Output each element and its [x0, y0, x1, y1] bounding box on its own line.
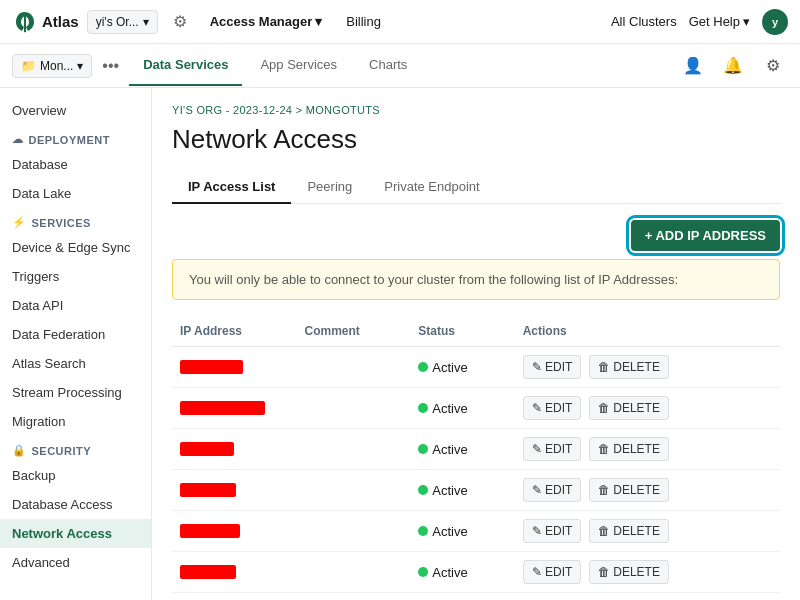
top-navbar: Atlas yi's Or... ▾ ⚙ Access Manager ▾ Bi… [0, 0, 800, 44]
actions-cell: ✎ EDIT 🗑 DELETE [515, 388, 780, 429]
actions-cell: ✎ EDIT 🗑 DELETE [515, 552, 780, 593]
table-row: Active ✎ EDIT 🗑 DELETE [172, 429, 780, 470]
edit-button[interactable]: ✎ EDIT [523, 519, 582, 543]
status-cell: Active [410, 511, 514, 552]
sidebar-item-database[interactable]: Database [0, 150, 151, 179]
tab-private-endpoint[interactable]: Private Endpoint [368, 171, 495, 204]
chevron-down-icon: ▾ [77, 59, 83, 73]
access-manager-link[interactable]: Access Manager ▾ [202, 14, 331, 29]
tab-data-services[interactable]: Data Services [129, 45, 242, 86]
add-ip-row: + ADD IP ADDRESS [172, 220, 780, 251]
second-navbar: 📁 Mon... ▾ ••• Data Services App Service… [0, 44, 800, 88]
status-dot [418, 567, 428, 577]
sidebar-item-stream-processing[interactable]: Stream Processing [0, 378, 151, 407]
edit-button[interactable]: ✎ EDIT [523, 355, 582, 379]
project-options-button[interactable]: ••• [96, 57, 125, 75]
comment-cell [296, 470, 410, 511]
second-nav-right: 👤 🔔 ⚙ [678, 51, 788, 81]
add-ip-address-button[interactable]: + ADD IP ADDRESS [631, 220, 780, 251]
all-clusters-button[interactable]: All Clusters [611, 14, 677, 29]
edit-button[interactable]: ✎ EDIT [523, 396, 582, 420]
comment-cell [296, 347, 410, 388]
billing-link[interactable]: Billing [338, 14, 389, 29]
status-dot [418, 403, 428, 413]
delete-button[interactable]: 🗑 DELETE [589, 478, 669, 502]
settings-icon-button[interactable]: ⚙ [758, 51, 788, 81]
sidebar-item-migration[interactable]: Migration [0, 407, 151, 436]
sidebar-item-triggers[interactable]: Triggers [0, 262, 151, 291]
status-dot [418, 362, 428, 372]
lock-icon: 🔒 [12, 444, 27, 457]
sidebar-item-data-api[interactable]: Data API [0, 291, 151, 320]
status-dot [418, 526, 428, 536]
sidebar-item-atlas-search[interactable]: Atlas Search [0, 349, 151, 378]
chevron-down-icon: ▾ [143, 15, 149, 29]
sidebar-item-device-sync[interactable]: Device & Edge Sync [0, 233, 151, 262]
sidebar-section-security: 🔒 SECURITY [0, 436, 151, 461]
delete-button[interactable]: 🗑 DELETE [589, 355, 669, 379]
delete-button[interactable]: 🗑 DELETE [589, 560, 669, 584]
ip-address-cell [172, 388, 296, 429]
user-icon-button[interactable]: 👤 [678, 51, 708, 81]
ip-address-cell [172, 511, 296, 552]
bell-icon-button[interactable]: 🔔 [718, 51, 748, 81]
sidebar-item-overview[interactable]: Overview [0, 96, 151, 125]
ip-address-cell [172, 593, 296, 601]
services-icon: ⚡ [12, 216, 27, 229]
sidebar-section-services: ⚡ SERVICES [0, 208, 151, 233]
status-text: Active [432, 360, 467, 375]
logo-text: Atlas [42, 13, 79, 30]
tab-app-services[interactable]: App Services [246, 45, 351, 86]
col-status: Status [410, 316, 514, 347]
status-text: Active [432, 524, 467, 539]
delete-button[interactable]: 🗑 DELETE [589, 437, 669, 461]
folder-icon: 📁 [21, 59, 36, 73]
ip-address-cell [172, 429, 296, 470]
status-text: Active [432, 483, 467, 498]
table-row: Active ✎ EDIT 🗑 DELETE [172, 552, 780, 593]
page-title: Network Access [172, 124, 780, 155]
status-dot [418, 444, 428, 454]
main-content: YI'S ORG - 2023-12-24 > MONGOTUTS Networ… [152, 88, 800, 600]
user-avatar[interactable]: y [762, 9, 788, 35]
sidebar: Overview ☁ DEPLOYMENT Database Data Lake… [0, 88, 152, 600]
org-selector[interactable]: yi's Or... ▾ [87, 10, 158, 34]
col-ip-address: IP Address [172, 316, 296, 347]
comment-cell [296, 388, 410, 429]
table-row: Active ✎ EDIT 🗑 DELETE [172, 511, 780, 552]
chevron-down-icon: ▾ [743, 14, 750, 29]
ip-address-cell [172, 347, 296, 388]
sidebar-item-network-access[interactable]: Network Access [0, 519, 151, 548]
delete-button[interactable]: 🗑 DELETE [589, 396, 669, 420]
ip-address-cell [172, 470, 296, 511]
status-text: Active [432, 442, 467, 457]
warning-text: You will only be able to connect to your… [189, 272, 678, 287]
sidebar-item-backup[interactable]: Backup [0, 461, 151, 490]
sidebar-item-database-access[interactable]: Database Access [0, 490, 151, 519]
delete-button[interactable]: 🗑 DELETE [589, 519, 669, 543]
gear-button[interactable]: ⚙ [166, 8, 194, 36]
edit-button[interactable]: ✎ EDIT [523, 560, 582, 584]
tab-charts[interactable]: Charts [355, 45, 421, 86]
table-row: Active ✎ EDIT 🗑 DELETE [172, 388, 780, 429]
deployment-icon: ☁ [12, 133, 24, 146]
status-cell: Active [410, 470, 514, 511]
project-selector[interactable]: 📁 Mon... ▾ [12, 54, 92, 78]
status-cell: Active [410, 347, 514, 388]
status-cell: Active [410, 593, 514, 601]
sidebar-item-data-lake[interactable]: Data Lake [0, 179, 151, 208]
actions-cell: ✎ EDIT 🗑 DELETE [515, 593, 780, 601]
status-text: Active [432, 401, 467, 416]
actions-cell: ✎ EDIT 🗑 DELETE [515, 347, 780, 388]
get-help-button[interactable]: Get Help ▾ [689, 14, 750, 29]
sidebar-item-data-federation[interactable]: Data Federation [0, 320, 151, 349]
col-comment: Comment [296, 316, 410, 347]
tab-ip-access-list[interactable]: IP Access List [172, 171, 291, 204]
col-actions: Actions [515, 316, 780, 347]
sidebar-item-advanced[interactable]: Advanced [0, 548, 151, 577]
edit-button[interactable]: ✎ EDIT [523, 437, 582, 461]
table-row: Active ✎ EDIT 🗑 DELETE [172, 347, 780, 388]
edit-button[interactable]: ✎ EDIT [523, 478, 582, 502]
atlas-logo: Atlas [12, 10, 79, 34]
tab-peering[interactable]: Peering [291, 171, 368, 204]
